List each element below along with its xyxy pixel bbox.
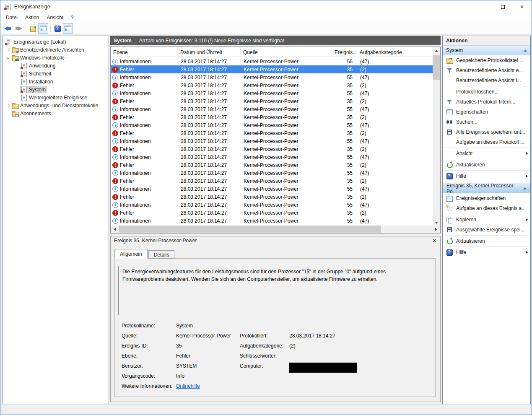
event-row[interactable]: Informationen28.03.2017 18:14:27Kernel-P…: [111, 169, 433, 177]
close-button[interactable]: ×: [512, 0, 532, 13]
back-button[interactable]: [3, 23, 13, 34]
event-row[interactable]: Fehler28.03.2017 18:14:27Kernel-Processo…: [111, 177, 433, 185]
column-header-ebene[interactable]: Ebene: [111, 47, 178, 57]
scroll-right-button[interactable]: [433, 226, 440, 233]
expander-icon[interactable]: [5, 57, 11, 59]
action-benutzerdefinierte-ansicht-i[interactable]: Benutzerdefinierte Ansicht i...: [443, 75, 530, 86]
menu-item-aktion[interactable]: Aktion: [21, 13, 43, 23]
tree-item-label: System: [29, 87, 46, 93]
minimize-button[interactable]: ─: [474, 0, 493, 13]
task-category-cell: (47): [358, 186, 433, 192]
date-cell: 28.03.2017 18:14:27: [178, 106, 241, 112]
level-cell: Fehler: [111, 210, 178, 216]
action-aufgabe-an-dieses-protokoll[interactable]: Aufgabe an dieses Protokoll ...: [443, 137, 530, 147]
menu-item-ansicht[interactable]: Ansicht: [43, 13, 67, 23]
log-icon: [21, 62, 27, 69]
tree-item-anwendungs-und-dienstprotokolle[interactable]: Anwendungs- und Dienstprotokolle: [3, 101, 109, 109]
log-summary: Anzahl von Ereignissen: 3.110 (!) Neue E…: [139, 38, 285, 44]
action-ansicht[interactable]: Ansicht: [443, 148, 530, 158]
horizontal-scroll-thumb[interactable]: [119, 226, 381, 233]
column-header-quelle[interactable]: Quelle: [241, 47, 332, 57]
event-row[interactable]: Informationen28.03.2017 18:14:27Kernel-P…: [111, 57, 433, 65]
action-aktualisieren[interactable]: Aktualisieren: [443, 236, 530, 246]
event-row[interactable]: Informationen28.03.2017 18:14:27Kernel-P…: [111, 105, 433, 113]
forward-button[interactable]: [13, 23, 23, 34]
event-id-cell: 35: [332, 162, 358, 168]
event-row[interactable]: Fehler28.03.2017 18:14:27Kernel-Processo…: [111, 129, 433, 137]
action-aufgabe-an-dieses-ereignis-a[interactable]: Aufgabe an dieses Ereignis a...: [443, 203, 530, 213]
action-hilfe[interactable]: Hilfe: [443, 247, 530, 257]
tree-item-sicherheit[interactable]: Sicherheit: [3, 70, 109, 78]
tree-item-installation[interactable]: Installation: [3, 78, 109, 86]
scroll-left-button[interactable]: [111, 226, 118, 233]
action-aktualisieren[interactable]: Aktualisieren: [443, 160, 530, 170]
tab-details[interactable]: Details: [148, 250, 175, 259]
column-header-aufgabenkategorie[interactable]: Aufgabenkategorie: [357, 47, 433, 57]
action-ausgewählte-ereignisse-spei[interactable]: Ausgewählte Ereignisse spei...: [443, 225, 530, 235]
action-suchen[interactable]: Suchen...: [443, 117, 530, 127]
tab-allgemein[interactable]: Allgemein: [114, 249, 148, 259]
event-row[interactable]: Informationen28.03.2017 18:14:27Kernel-P…: [111, 89, 433, 97]
tree-item-anwendung[interactable]: Anwendung: [3, 62, 109, 70]
action-label: Kopieren: [456, 217, 476, 223]
tree-item-weitergeleitete-ereignisse[interactable]: Weitergeleitete Ereignisse: [3, 93, 109, 101]
action-kopieren[interactable]: Kopieren: [443, 215, 530, 225]
menu-item-datei[interactable]: Datei: [2, 13, 21, 23]
action-section-ereignis-35-kernel-processor-po[interactable]: Ereignis 35, Kernel-Processor-Po...: [443, 184, 530, 193]
event-row[interactable]: Fehler28.03.2017 18:14:27Kernel-Processo…: [111, 97, 433, 105]
action-gespeicherte-protokolldatei[interactable]: Gespeicherte Protokolldatei ...: [443, 55, 530, 65]
submenu-arrow-icon: [526, 218, 528, 221]
event-row[interactable]: Fehler28.03.2017 18:14:27Kernel-Processo…: [111, 209, 433, 217]
event-row[interactable]: Informationen28.03.2017 18:14:27Kernel-P…: [111, 137, 433, 145]
tree-item-ereignisanzeige-lokal[interactable]: Ereignisanzeige (Lokal): [3, 38, 109, 46]
event-row[interactable]: Informationen28.03.2017 18:14:27Kernel-P…: [111, 121, 433, 129]
horizontal-scrollbar[interactable]: [111, 226, 440, 233]
scroll-up-button[interactable]: [433, 47, 440, 54]
maximize-button[interactable]: [493, 0, 512, 13]
event-row[interactable]: Fehler28.03.2017 18:14:27Kernel-Processo…: [111, 113, 433, 121]
action-ereigniseigenschaften[interactable]: Ereigniseigenschaften: [443, 193, 530, 203]
column-header-ereignis[interactable]: Ereignis...: [332, 47, 357, 57]
action-eigenschaften[interactable]: Eigenschaften: [443, 107, 530, 117]
event-row[interactable]: Fehler28.03.2017 18:14:27Kernel-Processo…: [111, 193, 433, 201]
help-button[interactable]: [52, 23, 62, 34]
menu-item-[interactable]: ?: [67, 13, 78, 23]
event-row[interactable]: Informationen28.03.2017 18:14:27Kernel-P…: [111, 153, 433, 161]
action-section-system[interactable]: System: [443, 46, 530, 55]
error-icon: [112, 83, 118, 88]
event-row[interactable]: Informationen28.03.2017 18:14:27Kernel-P…: [111, 73, 433, 81]
props-icon: [446, 195, 453, 202]
tree-item-label: Sicherheit: [29, 71, 51, 77]
vertical-scrollbar[interactable]: [433, 47, 440, 226]
open-saved-log-button[interactable]: [28, 23, 38, 34]
log-icon: [21, 86, 27, 93]
event-row[interactable]: Informationen28.03.2017 18:14:27Kernel-P…: [111, 201, 433, 209]
action-hilfe[interactable]: Hilfe: [443, 171, 530, 181]
tree-item-windows-protokolle[interactable]: Windows-Protokolle: [3, 54, 109, 62]
tree-item-benutzerdefinierte-ansichten[interactable]: Benutzerdefinierte Ansichten: [3, 46, 109, 54]
action-aktuelles-protokoll-filtern[interactable]: Aktuelles Protokoll filtern...: [443, 97, 530, 107]
onlinehilfe-link[interactable]: Onlinehilfe: [176, 383, 200, 389]
action-protokoll-löschen[interactable]: Protokoll löschen...: [443, 87, 530, 97]
expander-icon[interactable]: [5, 49, 11, 51]
source-cell: Kernel-Processor-Power: [241, 146, 332, 152]
toggle-action-pane-button[interactable]: [63, 23, 73, 34]
column-header-datum[interactable]: Datum und Uhrzeit: [178, 47, 241, 57]
event-row[interactable]: Fehler28.03.2017 18:14:27Kernel-Processo…: [111, 65, 433, 73]
action-alle-ereignisse-speichern-unt[interactable]: Alle Ereignisse speichern unt...: [443, 127, 530, 137]
expander-icon[interactable]: [5, 104, 11, 107]
tree-item-system[interactable]: System: [3, 86, 109, 93]
event-row[interactable]: Informationen28.03.2017 18:14:27Kernel-P…: [111, 217, 433, 225]
error-icon: [112, 67, 118, 73]
event-row[interactable]: Fehler28.03.2017 18:14:27Kernel-Processo…: [111, 145, 433, 153]
toggle-console-tree-button[interactable]: [38, 23, 48, 34]
tree-item-label: Abonnements: [20, 111, 51, 117]
event-row[interactable]: Fehler28.03.2017 18:14:27Kernel-Processo…: [111, 161, 433, 169]
event-row[interactable]: Informationen28.03.2017 18:14:27Kernel-P…: [111, 185, 433, 193]
action-benutzerdefinierte-ansicht-e[interactable]: Benutzerdefinierte Ansicht e...: [443, 65, 530, 75]
vertical-scroll-thumb[interactable]: [433, 55, 440, 80]
source-cell: Kernel-Processor-Power: [241, 210, 332, 216]
tree-item-abonnements[interactable]: Abonnements: [3, 109, 109, 117]
detail-close-icon[interactable]: ✕: [432, 238, 437, 244]
event-row[interactable]: Fehler28.03.2017 18:14:27Kernel-Processo…: [111, 81, 433, 89]
